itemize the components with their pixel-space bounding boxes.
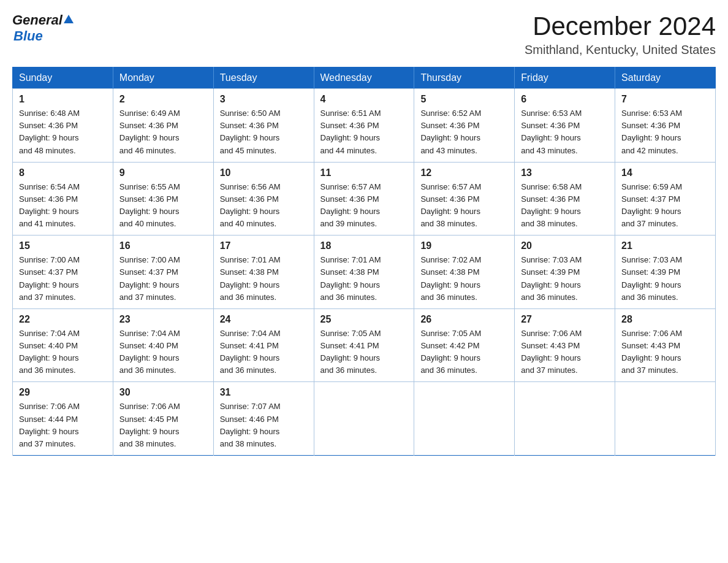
- calendar-week-2: 8 Sunrise: 6:54 AM Sunset: 4:36 PM Dayli…: [13, 162, 716, 236]
- day-info: Sunrise: 7:05 AM Sunset: 4:42 PM Dayligh…: [420, 327, 508, 377]
- day-info: Sunrise: 6:53 AM Sunset: 4:36 PM Dayligh…: [521, 107, 609, 157]
- day-info: Sunrise: 6:50 AM Sunset: 4:36 PM Dayligh…: [220, 107, 308, 157]
- day-number: 5: [420, 94, 508, 105]
- col-header-saturday: Saturday: [615, 67, 716, 89]
- day-number: 4: [320, 94, 408, 105]
- calendar-cell-w4-d6: 27 Sunrise: 7:06 AM Sunset: 4:43 PM Dayl…: [515, 308, 615, 382]
- day-number: 22: [19, 314, 107, 325]
- day-info: Sunrise: 7:06 AM Sunset: 4:45 PM Dayligh…: [119, 400, 207, 450]
- calendar-cell-w5-d7: [615, 382, 716, 456]
- calendar-cell-w3-d3: 17 Sunrise: 7:01 AM Sunset: 4:38 PM Dayl…: [213, 236, 314, 309]
- day-number: 24: [220, 314, 308, 325]
- calendar-cell-w1-d2: 2 Sunrise: 6:49 AM Sunset: 4:36 PM Dayli…: [113, 89, 213, 163]
- day-number: 31: [220, 387, 308, 398]
- calendar-cell-w4-d4: 25 Sunrise: 7:05 AM Sunset: 4:41 PM Dayl…: [314, 308, 414, 382]
- day-info: Sunrise: 6:57 AM Sunset: 4:36 PM Dayligh…: [420, 181, 508, 231]
- day-number: 11: [320, 167, 408, 178]
- day-number: 3: [220, 94, 308, 105]
- day-number: 6: [521, 94, 609, 105]
- svg-marker-0: [64, 15, 74, 23]
- calendar-cell-w2-d2: 9 Sunrise: 6:55 AM Sunset: 4:36 PM Dayli…: [113, 162, 213, 236]
- day-info: Sunrise: 7:04 AM Sunset: 4:40 PM Dayligh…: [19, 327, 107, 377]
- calendar-cell-w3-d5: 19 Sunrise: 7:02 AM Sunset: 4:38 PM Dayl…: [414, 236, 515, 309]
- day-number: 18: [320, 240, 408, 251]
- calendar-cell-w4-d7: 28 Sunrise: 7:06 AM Sunset: 4:43 PM Dayl…: [615, 308, 716, 382]
- day-info: Sunrise: 6:59 AM Sunset: 4:37 PM Dayligh…: [621, 181, 709, 231]
- day-number: 30: [119, 387, 207, 398]
- title-section: December 2024 Smithland, Kentucky, Unite…: [525, 12, 716, 57]
- day-number: 8: [19, 167, 107, 178]
- calendar-cell-w1-d3: 3 Sunrise: 6:50 AM Sunset: 4:36 PM Dayli…: [213, 89, 314, 163]
- day-number: 2: [119, 94, 207, 105]
- day-info: Sunrise: 7:00 AM Sunset: 4:37 PM Dayligh…: [19, 254, 107, 304]
- month-title: December 2024: [525, 12, 716, 40]
- col-header-wednesday: Wednesday: [314, 67, 414, 89]
- day-info: Sunrise: 7:07 AM Sunset: 4:46 PM Dayligh…: [220, 400, 308, 450]
- col-header-sunday: Sunday: [13, 67, 113, 89]
- col-header-monday: Monday: [113, 67, 213, 89]
- day-info: Sunrise: 6:51 AM Sunset: 4:36 PM Dayligh…: [320, 107, 408, 157]
- logo-triangle-icon: [63, 13, 74, 27]
- day-info: Sunrise: 6:52 AM Sunset: 4:36 PM Dayligh…: [420, 107, 508, 157]
- calendar-week-3: 15 Sunrise: 7:00 AM Sunset: 4:37 PM Dayl…: [13, 236, 716, 309]
- calendar-cell-w3-d6: 20 Sunrise: 7:03 AM Sunset: 4:39 PM Dayl…: [515, 236, 615, 309]
- day-info: Sunrise: 6:56 AM Sunset: 4:36 PM Dayligh…: [220, 181, 308, 231]
- day-number: 15: [19, 240, 107, 251]
- calendar-header-row: Sunday Monday Tuesday Wednesday Thursday…: [13, 67, 716, 89]
- col-header-friday: Friday: [515, 67, 615, 89]
- calendar-cell-w4-d5: 26 Sunrise: 7:05 AM Sunset: 4:42 PM Dayl…: [414, 308, 515, 382]
- day-info: Sunrise: 7:04 AM Sunset: 4:40 PM Dayligh…: [119, 327, 207, 377]
- calendar-cell-w3-d7: 21 Sunrise: 7:03 AM Sunset: 4:39 PM Dayl…: [615, 236, 716, 309]
- day-info: Sunrise: 7:06 AM Sunset: 4:43 PM Dayligh…: [621, 327, 709, 377]
- calendar-cell-w2-d1: 8 Sunrise: 6:54 AM Sunset: 4:36 PM Dayli…: [13, 162, 113, 236]
- calendar-cell-w4-d2: 23 Sunrise: 7:04 AM Sunset: 4:40 PM Dayl…: [113, 308, 213, 382]
- day-number: 14: [621, 167, 709, 178]
- day-number: 28: [621, 314, 709, 325]
- day-number: 20: [521, 240, 609, 251]
- day-number: 26: [420, 314, 508, 325]
- day-number: 16: [119, 240, 207, 251]
- day-info: Sunrise: 6:54 AM Sunset: 4:36 PM Dayligh…: [19, 181, 107, 231]
- day-info: Sunrise: 7:01 AM Sunset: 4:38 PM Dayligh…: [320, 254, 408, 304]
- day-number: 17: [220, 240, 308, 251]
- day-info: Sunrise: 6:55 AM Sunset: 4:36 PM Dayligh…: [119, 181, 207, 231]
- day-info: Sunrise: 6:58 AM Sunset: 4:36 PM Dayligh…: [521, 181, 609, 231]
- day-number: 25: [320, 314, 408, 325]
- day-info: Sunrise: 6:49 AM Sunset: 4:36 PM Dayligh…: [119, 107, 207, 157]
- calendar-cell-w2-d6: 13 Sunrise: 6:58 AM Sunset: 4:36 PM Dayl…: [515, 162, 615, 236]
- calendar-cell-w1-d5: 5 Sunrise: 6:52 AM Sunset: 4:36 PM Dayli…: [414, 89, 515, 163]
- calendar-cell-w1-d6: 6 Sunrise: 6:53 AM Sunset: 4:36 PM Dayli…: [515, 89, 615, 163]
- day-info: Sunrise: 7:05 AM Sunset: 4:41 PM Dayligh…: [320, 327, 408, 377]
- logo-general-text: General: [12, 12, 63, 28]
- day-info: Sunrise: 7:04 AM Sunset: 4:41 PM Dayligh…: [220, 327, 308, 377]
- day-info: Sunrise: 7:03 AM Sunset: 4:39 PM Dayligh…: [621, 254, 709, 304]
- day-info: Sunrise: 7:01 AM Sunset: 4:38 PM Dayligh…: [220, 254, 308, 304]
- calendar-cell-w5-d4: [314, 382, 414, 456]
- calendar-cell-w5-d6: [515, 382, 615, 456]
- day-number: 19: [420, 240, 508, 251]
- calendar-cell-w5-d3: 31 Sunrise: 7:07 AM Sunset: 4:46 PM Dayl…: [213, 382, 314, 456]
- logo-blue-text: Blue: [13, 28, 43, 44]
- day-info: Sunrise: 6:57 AM Sunset: 4:36 PM Dayligh…: [320, 181, 408, 231]
- calendar-cell-w3-d4: 18 Sunrise: 7:01 AM Sunset: 4:38 PM Dayl…: [314, 236, 414, 309]
- day-number: 7: [621, 94, 709, 105]
- calendar-cell-w2-d3: 10 Sunrise: 6:56 AM Sunset: 4:36 PM Dayl…: [213, 162, 314, 236]
- calendar-cell-w2-d7: 14 Sunrise: 6:59 AM Sunset: 4:37 PM Dayl…: [615, 162, 716, 236]
- location-subtitle: Smithland, Kentucky, United States: [525, 43, 716, 57]
- day-info: Sunrise: 6:53 AM Sunset: 4:36 PM Dayligh…: [621, 107, 709, 157]
- calendar-cell-w3-d2: 16 Sunrise: 7:00 AM Sunset: 4:37 PM Dayl…: [113, 236, 213, 309]
- calendar-cell-w2-d4: 11 Sunrise: 6:57 AM Sunset: 4:36 PM Dayl…: [314, 162, 414, 236]
- page-header: General Blue December 2024 Smithland, Ke…: [12, 12, 716, 57]
- calendar-cell-w2-d5: 12 Sunrise: 6:57 AM Sunset: 4:36 PM Dayl…: [414, 162, 515, 236]
- day-number: 29: [19, 387, 107, 398]
- calendar-week-4: 22 Sunrise: 7:04 AM Sunset: 4:40 PM Dayl…: [13, 308, 716, 382]
- day-info: Sunrise: 6:48 AM Sunset: 4:36 PM Dayligh…: [19, 107, 107, 157]
- calendar-cell-w3-d1: 15 Sunrise: 7:00 AM Sunset: 4:37 PM Dayl…: [13, 236, 113, 309]
- day-number: 12: [420, 167, 508, 178]
- col-header-tuesday: Tuesday: [213, 67, 314, 89]
- calendar-cell-w1-d1: 1 Sunrise: 6:48 AM Sunset: 4:36 PM Dayli…: [13, 89, 113, 163]
- col-header-thursday: Thursday: [414, 67, 515, 89]
- calendar-table: Sunday Monday Tuesday Wednesday Thursday…: [12, 67, 716, 456]
- day-info: Sunrise: 7:03 AM Sunset: 4:39 PM Dayligh…: [521, 254, 609, 304]
- day-number: 23: [119, 314, 207, 325]
